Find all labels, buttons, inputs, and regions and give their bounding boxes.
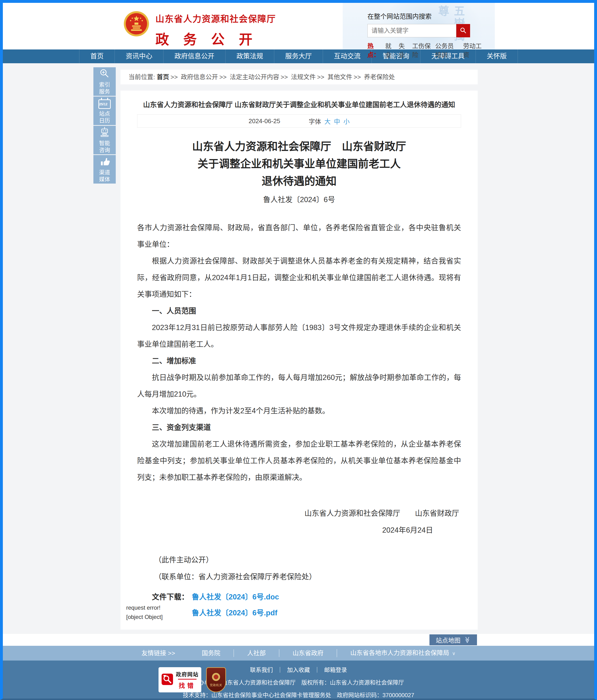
search-area: 在整个网站范围内搜索 热点： 就业 失业 工伤保险 公务员培训 bbox=[367, 11, 486, 59]
search-input[interactable] bbox=[367, 24, 456, 37]
document-title-line: 山东省人力资源和社会保障厅 山东省财政厅 bbox=[137, 138, 461, 155]
page: 五嶽獨尊 山东省人力资源和社会保障厅 bbox=[0, 0, 597, 700]
footer-link-mailbox-login[interactable]: 邮箱登录 bbox=[323, 665, 348, 674]
publish-date: 2024-06-25 bbox=[249, 118, 280, 125]
logo-text: 山东省人力资源和社会保障厅 政务公开 bbox=[155, 11, 276, 48]
signature-block: 山东省人力资源和社会保障厅 山东省财政厅 2024年6月24日 bbox=[137, 507, 461, 535]
sidebar-item-smart-consult[interactable]: 智能 咨询 bbox=[94, 126, 116, 154]
breadcrumb-separator: >> bbox=[281, 73, 288, 81]
footer-sponsor-line: 主办单位：山东省人力资源和社会保障厅 版权所有：山东省人力资源和社会保障厅 bbox=[3, 678, 594, 686]
document-number: 鲁人社发〔2024〕6号 bbox=[137, 194, 461, 204]
error-report-badge-line1: 政府网站 bbox=[176, 670, 199, 678]
footer-badges: 政府网站 找错 党政机关 bbox=[158, 667, 226, 692]
friendly-links-bar: 友情链接 >> 国务院 人社部 山东省政府 山东省各地市人力资源和社会保障局∨ bbox=[3, 646, 594, 660]
nav-item-gov-info-disclosure[interactable]: 政府信息公开 bbox=[163, 49, 225, 63]
hot-keywords-row: 热点： 就业 失业 工伤保险 公务员培训 劳动工资 bbox=[367, 41, 486, 59]
site-footer: 政府网站 找错 党政机关 联系我们 ｜ 加入收藏 ｜ 邮箱登录 主办单位：山东省… bbox=[3, 660, 594, 700]
error-report-badge-divider bbox=[178, 679, 197, 679]
party-gov-badge-label: 党政机关 bbox=[210, 683, 222, 687]
robot-icon bbox=[99, 126, 110, 139]
article-panel: 山东省人力资源和社会保障厅 山东省财政厅关于调整企业和机关事业单位建国前老工人退… bbox=[121, 91, 478, 630]
sitemap-band: 站点地图 ≫ bbox=[3, 634, 594, 646]
footer-pipe-separator: ｜ bbox=[274, 665, 286, 674]
download-link-pdf[interactable]: 鲁人社发〔2024〕6号.pdf bbox=[192, 609, 277, 617]
thumb-up-icon bbox=[99, 156, 110, 168]
chevron-down-icon: ∨ bbox=[452, 651, 456, 656]
breadcrumb-link-home[interactable]: 首页 bbox=[157, 73, 169, 81]
doc-paragraph: 这次增加建国前老工人退休待遇所需资金，参加企业职工基本养老保险的，从企业基本养老… bbox=[137, 436, 461, 486]
site-header: 五嶽獨尊 山东省人力资源和社会保障厅 bbox=[3, 3, 594, 49]
footer-link-add-favorite[interactable]: 加入收藏 bbox=[286, 665, 311, 674]
error-report-magnifier-icon bbox=[161, 673, 174, 686]
doc-paragraph: 本次增加的待遇，作为计发2至4个月生活补贴的基数。 bbox=[137, 403, 461, 419]
calendar-date-badge: 25/12 bbox=[99, 102, 107, 106]
signature-agencies: 山东省人力资源和社会保障厅 山东省财政厅 bbox=[137, 507, 461, 518]
sidebar-item-label: 渠道 媒体 bbox=[99, 169, 110, 183]
breadcrumb-link-pension-office[interactable]: 养老保险处 bbox=[364, 73, 395, 81]
footer-center: 联系我们 ｜ 加入收藏 ｜ 邮箱登录 主办单位：山东省人力资源和社会保障厅 版权… bbox=[3, 660, 594, 700]
footer-link-contact-us[interactable]: 联系我们 bbox=[249, 665, 274, 674]
nav-item-policies-regulations[interactable]: 政策法规 bbox=[225, 49, 274, 63]
sitemap-button[interactable]: 站点地图 ≫ bbox=[430, 634, 477, 645]
party-gov-emblem-icon bbox=[212, 673, 220, 681]
friendly-link-shandong-gov[interactable]: 山东省政府 bbox=[279, 649, 337, 657]
breadcrumb-separator: >> bbox=[317, 73, 324, 81]
friendly-link-state-council[interactable]: 国务院 bbox=[188, 649, 234, 657]
search-scope-label: 在整个网站范围内搜索 bbox=[367, 11, 486, 21]
nav-item-home[interactable]: 首页 bbox=[79, 49, 114, 63]
sidebar-item-site-calendar[interactable]: 25/12 站点 日历 bbox=[94, 97, 116, 125]
breadcrumb-separator: >> bbox=[354, 73, 361, 81]
request-error-text: request error! [object Object] bbox=[126, 603, 162, 622]
doc-section-heading: 三、资金列支渠道 bbox=[137, 419, 461, 436]
breadcrumb-link-statutory-disclosure[interactable]: 法定主动公开内容 bbox=[230, 73, 279, 81]
document-title: 山东省人力资源和社会保障厅 山东省财政厅 关于调整企业和机关事业单位建国前老工人… bbox=[137, 138, 461, 190]
document-title-line: 退休待遇的通知 bbox=[137, 173, 461, 190]
file-downloads: 文件下载：鲁人社发〔2024〕6号.doc 鲁人社发〔2024〕6号.pdf bbox=[137, 591, 461, 618]
friendly-link-mohrss[interactable]: 人社部 bbox=[234, 649, 279, 657]
breadcrumb-link-regulation-files[interactable]: 法规文件 bbox=[291, 73, 316, 81]
nav-item-service-hall[interactable]: 服务大厅 bbox=[274, 49, 323, 63]
note-contact-unit: （联系单位：省人力资源社会保障厅养老保险处） bbox=[137, 571, 461, 581]
font-size-large-button[interactable]: 大 bbox=[325, 117, 331, 126]
calendar-icon: 25/12 bbox=[98, 99, 111, 109]
nav-item-news-center[interactable]: 资讯中心 bbox=[114, 49, 163, 63]
footer-pipe-separator: ｜ bbox=[311, 665, 323, 674]
doc-paragraph: 抗日战争时期及以前参加革命工作的，每人每月增加260元；解放战争时期参加革命工作… bbox=[137, 369, 461, 403]
error-report-badge-line2: 找错 bbox=[179, 681, 196, 690]
site-name: 山东省人力资源和社会保障厅 bbox=[155, 12, 276, 25]
hot-link-unemployment[interactable]: 失业 bbox=[399, 41, 409, 59]
gov-site-error-report-badge[interactable]: 政府网站 找错 bbox=[158, 667, 201, 692]
national-emblem-logo bbox=[124, 11, 149, 38]
download-link-doc[interactable]: 鲁人社发〔2024〕6号.doc bbox=[192, 593, 279, 601]
hot-label: 热点： bbox=[367, 41, 382, 59]
font-size-medium-button[interactable]: 中 bbox=[334, 117, 340, 126]
breadcrumb-link-other-files[interactable]: 其他文件 bbox=[328, 73, 352, 81]
nav-item-interaction[interactable]: 互动交流 bbox=[323, 49, 371, 63]
breadcrumb-link-gov-info[interactable]: 政府信息公开 bbox=[181, 73, 218, 81]
site-logo-area: 山东省人力资源和社会保障厅 政务公开 bbox=[124, 11, 276, 48]
doc-section-heading: 二、增加标准 bbox=[137, 353, 461, 369]
font-size-small-button[interactable]: 小 bbox=[343, 117, 349, 126]
breadcrumb-separator: >> bbox=[219, 73, 227, 81]
sidebar-item-label: 智能 咨询 bbox=[99, 140, 110, 154]
party-gov-org-badge[interactable]: 党政机关 bbox=[206, 667, 226, 692]
signature-date: 2024年6月24日 bbox=[137, 524, 461, 535]
sidebar-item-label: 索引 服务 bbox=[99, 81, 110, 95]
article-meta-bar: 2024-06-25 字体 大 中 小 bbox=[137, 115, 461, 128]
hot-link-labor-wage[interactable]: 劳动工资 bbox=[463, 41, 483, 59]
document-notes: （此件主动公开） （联系单位：省人力资源社会保障厅养老保险处） bbox=[137, 554, 461, 581]
search-row bbox=[367, 24, 486, 37]
sidebar-item-index-service[interactable]: 索引 服务 bbox=[94, 67, 116, 96]
hot-link-civil-servant-training[interactable]: 公务员培训 bbox=[435, 41, 459, 59]
doc-paragraph: 各市人力资源社会保障局、财政局，省直各部门、单位，各养老保险省直管企业，各中央驻… bbox=[137, 220, 461, 253]
friendly-links-label[interactable]: 友情链接 >> bbox=[128, 649, 188, 657]
article-list-title: 山东省人力资源和社会保障厅 山东省财政厅关于调整企业和机关事业单位建国前老工人退… bbox=[137, 91, 461, 109]
search-button[interactable] bbox=[456, 24, 470, 37]
hot-link-injury-insurance[interactable]: 工伤保险 bbox=[412, 41, 431, 59]
doc-paragraph: 2023年12月31日前已按原劳动人事部劳人险〔1983〕3号文件规定办理退休手… bbox=[137, 319, 461, 353]
site-subtitle: 政务公开 bbox=[155, 28, 276, 48]
hot-link-employment[interactable]: 就业 bbox=[385, 41, 395, 59]
friendly-link-city-hrss-dropdown[interactable]: 山东省各地市人力资源和社会保障局∨ bbox=[337, 649, 469, 657]
sidebar-item-channel-media[interactable]: 渠道 媒体 bbox=[94, 155, 116, 183]
left-sidebar: 索引 服务 25/12 站点 日历 bbox=[94, 67, 116, 183]
